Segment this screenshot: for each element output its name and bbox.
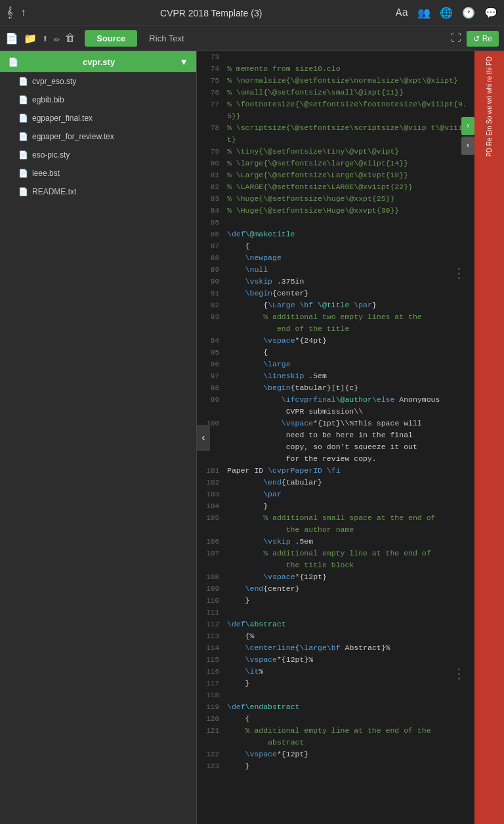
line-content[interactable]: % additional small space at the end of t…: [224, 512, 474, 536]
code-container: 73 74% memento from size10.clo75% \norma…: [197, 51, 474, 772]
line-content[interactable]: {: [224, 240, 474, 252]
new-file-icon[interactable]: 📄: [5, 32, 18, 45]
arrow-left-green[interactable]: ‹: [461, 137, 474, 155]
chevron-down-icon: ▼: [179, 56, 188, 67]
line-content[interactable]: % additional two empty lines at the end …: [224, 311, 474, 335]
line-number: 86: [197, 228, 224, 240]
line-content[interactable]: % additional empty line at the end of th…: [224, 725, 474, 748]
re-button[interactable]: ↺ Re: [467, 31, 499, 47]
line-content[interactable]: % \huge{\@setfontsize\huge\@xxpt{25}}: [224, 193, 474, 205]
code-line: 112\def\abstract: [197, 618, 474, 630]
line-content[interactable]: % \Huge{\@setfontsize\Huge\@xxvpt{30}}: [224, 205, 474, 217]
line-content[interactable]: \vspace*{1pt}\\%This space will need to …: [224, 418, 474, 465]
edit-icon[interactable]: ✏: [54, 32, 60, 45]
line-content[interactable]: \lineskip .5em: [224, 370, 474, 382]
line-number: 76: [197, 87, 224, 98]
line-content[interactable]: \centerline{\large\bf Abstract}%: [224, 642, 474, 654]
line-content[interactable]: % \scriptsize{\@setfontsize\scriptsize\@…: [224, 122, 474, 146]
active-file-item[interactable]: 📄 cvpr.sty ▼: [0, 51, 196, 72]
line-content[interactable]: [224, 689, 474, 701]
line-content[interactable]: {\Large \bf \@title \par}: [224, 299, 474, 311]
globe-icon[interactable]: 🌐: [440, 7, 453, 20]
line-content[interactable]: [224, 607, 474, 618]
code-line: 84% \Huge{\@setfontsize\Huge\@xxvpt{30}}: [197, 205, 474, 217]
sidebar-file-item[interactable]: 📄README.txt: [0, 183, 196, 201]
sidebar-file-item[interactable]: 📄eso-pic.sty: [0, 146, 196, 164]
delete-icon[interactable]: 🗑: [65, 32, 75, 45]
line-content[interactable]: \vskip .5em: [224, 536, 474, 548]
line-number: 110: [197, 595, 224, 607]
file-icon: 📄: [18, 169, 28, 178]
code-line: 102 \end{tabular}: [197, 477, 474, 488]
line-content[interactable]: \vskip .375in: [224, 276, 474, 288]
line-content[interactable]: % \large{\@setfontsize\large\@xiipt{14}}: [224, 158, 474, 169]
music-icon[interactable]: 𝄞: [7, 7, 12, 19]
line-content[interactable]: {: [224, 713, 474, 725]
line-content[interactable]: [224, 217, 474, 228]
line-content[interactable]: \par: [224, 488, 474, 500]
line-content[interactable]: \newpage: [224, 252, 474, 264]
line-content[interactable]: Paper ID \cvprPaperID \fi: [224, 465, 474, 477]
line-content[interactable]: \end{center}: [224, 583, 474, 595]
upload-file-icon[interactable]: ⬆: [42, 32, 49, 45]
folder-icon[interactable]: 📁: [24, 32, 37, 45]
sidebar-file-item[interactable]: 📄egpaper_final.tex: [0, 109, 196, 127]
line-content[interactable]: {: [224, 347, 474, 358]
upload-icon[interactable]: ↑: [20, 7, 27, 19]
line-content[interactable]: % \Large{\@setfontsize\Large\@xivpt{18}}: [224, 169, 474, 181]
line-content[interactable]: \begin{tabular}[t]{c}: [224, 382, 474, 394]
line-content[interactable]: \def\abstract: [224, 618, 474, 630]
editor-area[interactable]: ‹ 73 74% memento from size10.clo75% \nor…: [197, 51, 474, 824]
line-content[interactable]: % \small{\@setfontsize\small\@ixpt{11}}: [224, 87, 474, 98]
line-number: 111: [197, 607, 224, 618]
line-content[interactable]: % additional empty line at the end of th…: [224, 548, 474, 571]
code-line: 109 \end{center}: [197, 583, 474, 595]
sidebar-file-item[interactable]: 📄egpaper_for_review.tex: [0, 127, 196, 146]
history-icon[interactable]: 🕐: [462, 7, 475, 20]
line-content[interactable]: \begin{center}: [224, 288, 474, 299]
line-content[interactable]: \def\@maketitle: [224, 228, 474, 240]
code-line: 90 \vskip .375in: [197, 276, 474, 288]
chat-icon[interactable]: 💬: [484, 7, 497, 20]
line-number: 113: [197, 630, 224, 642]
line-number: 120: [197, 713, 224, 725]
line-content[interactable]: % \normalsize{\@setfontsize\normalsize\@…: [224, 75, 474, 87]
line-content[interactable]: % \tiny{\@setfontsize\tiny\@vpt\@vipt}: [224, 146, 474, 158]
expand-icon[interactable]: ⛶: [451, 32, 461, 45]
line-content[interactable]: \ifcvprfinal\@author\else Anonymous CVPR…: [224, 394, 474, 418]
arrow-right-green[interactable]: ›: [461, 117, 474, 135]
line-content[interactable]: % \footnotesize{\@setfontsize\footnotesi…: [224, 98, 474, 122]
line-number: 93: [197, 311, 224, 323]
sidebar-file-item[interactable]: 📄egbib.bib: [0, 91, 196, 109]
line-content[interactable]: }: [224, 595, 474, 607]
line-content[interactable]: % memento from size10.clo: [224, 63, 474, 75]
line-content[interactable]: \null: [224, 264, 474, 276]
users-icon[interactable]: 👥: [417, 7, 430, 20]
line-content[interactable]: \vspace*{12pt}: [224, 748, 474, 760]
left-nav-arrow[interactable]: ‹: [197, 425, 210, 451]
line-content[interactable]: \vspace*{24pt}: [224, 335, 474, 347]
line-content[interactable]: \large: [224, 358, 474, 370]
line-content[interactable]: }: [224, 500, 474, 512]
line-content[interactable]: }: [224, 678, 474, 689]
source-tab[interactable]: Source: [85, 30, 137, 47]
line-content[interactable]: \end{tabular}: [224, 477, 474, 488]
line-number: 119: [197, 701, 224, 713]
line-content[interactable]: \vspace*{12pt}%: [224, 654, 474, 666]
line-number: 91: [197, 288, 224, 299]
line-content[interactable]: \vspace*{12pt}: [224, 571, 474, 583]
line-content[interactable]: [224, 51, 474, 63]
line-content[interactable]: \def\endabstract: [224, 701, 474, 713]
line-content[interactable]: % \LARGE{\@setfontsize\LARGE\@xviipt{22}…: [224, 181, 474, 193]
sidebar-file-item[interactable]: 📄ieee.bst: [0, 164, 196, 183]
code-line: 95 {: [197, 347, 474, 358]
line-content[interactable]: }: [224, 760, 474, 772]
rich-text-tab[interactable]: Rich Text: [137, 30, 196, 47]
code-line: 100 \vspace*{1pt}\\%This space will need…: [197, 418, 474, 465]
code-line: 115 \vspace*{12pt}%: [197, 654, 474, 666]
spell-check-icon[interactable]: Aa: [396, 7, 408, 19]
line-content[interactable]: {%: [224, 630, 474, 642]
sidebar-file-item[interactable]: 📄cvpr_eso.sty: [0, 72, 196, 91]
line-content[interactable]: \it%: [224, 666, 474, 678]
line-number: 115: [197, 654, 224, 666]
